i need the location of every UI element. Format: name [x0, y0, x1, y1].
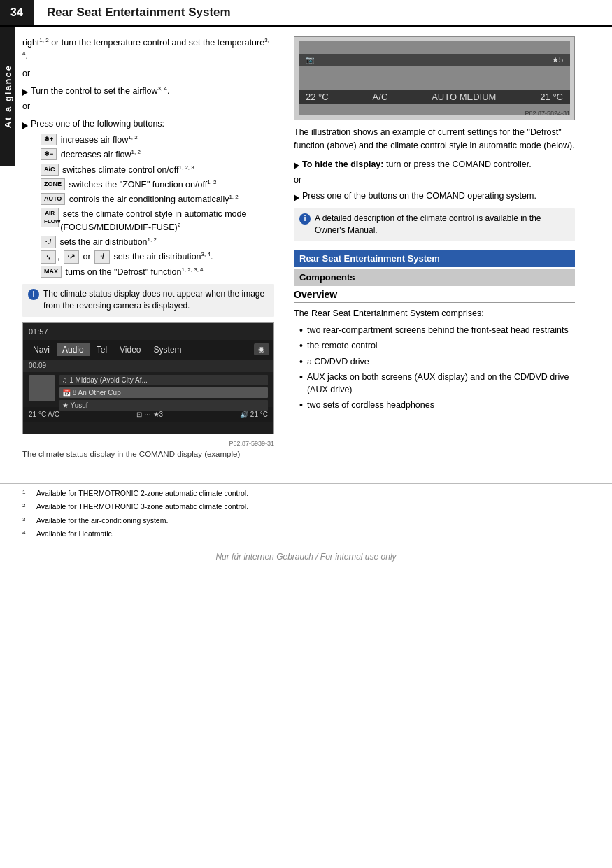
icon-row-decrease: ❄− decreases air flow1, 2 — [39, 148, 274, 161]
nav-bottom-icons: ⊡ ⋯ ★3 — [136, 411, 163, 418]
bullet-press-buttons: Press one of the buttons on the COMAND o… — [294, 190, 575, 203]
nav-thumbnail — [29, 375, 55, 401]
footnote-4: 4 Available for Heatmatic. — [22, 529, 599, 540]
bullet-buttons-label: Press one of the following buttons: — [31, 118, 164, 131]
watermark-text: Nur für internen Gebrauch / For internal… — [215, 552, 396, 562]
nav-top-bar: 01:57 — [23, 323, 273, 340]
overview-heading: Overview — [294, 289, 575, 303]
nav-time: 01:57 — [29, 327, 48, 336]
bullet-screens-text: two rear-compartment screens behind the … — [307, 324, 569, 336]
section-banner-gray: Components — [294, 269, 575, 286]
climate-ac-text: A/C — [373, 92, 388, 102]
hide-display-bold: To hide the display: — [302, 159, 383, 169]
icon-button-list: ❄+ increases air flow1, 2 ❄− decreases a… — [22, 134, 274, 278]
triangle-icon-1 — [22, 87, 31, 97]
footnote-1: 1 Available for THERMOTRONIC 2-zone auto… — [22, 488, 599, 499]
climate-temp-left: 22 °C — [306, 92, 329, 102]
ac-label: switches climate control on/off1, 2, 3 — [60, 164, 194, 176]
nav-list-item-3: ★ Yusuf — [59, 400, 268, 411]
defrost-icon: MAX — [41, 266, 62, 278]
dist1-label: sets the air distribution1, 2 — [57, 236, 157, 248]
icon-row-ac: A/C switches climate control on/off1, 2,… — [39, 164, 274, 176]
climate-temp-right: 21 °C — [540, 92, 563, 102]
dist2a-icon: ·, — [41, 250, 56, 264]
icon-row-dist1: ·./ sets the air distribution1, 2 — [39, 236, 274, 249]
icon-row-dist2: ·, , ·↗ or ·/ sets the air distribution3… — [39, 250, 274, 264]
bullet-headphones-text: two sets of cordless headphones — [307, 399, 434, 411]
main-content: right1, 2 or turn the temperature contro… — [0, 29, 612, 472]
bullet-remote: the remote control — [299, 339, 575, 352]
or-sep: or — [80, 250, 93, 263]
info-box-1: i The climate status display does not ap… — [22, 284, 274, 317]
nav-list-item-1: ♫ 1 Midday (Avoid City Af... — [59, 375, 268, 385]
hide-display-text: To hide the display: turn or press the C… — [302, 158, 532, 171]
sidebar-tab: At a glance — [0, 27, 15, 166]
nav-tab-tel: Tel — [91, 343, 113, 356]
nav-tab-end: ◉ — [254, 343, 269, 355]
nav-tab-video: Video — [114, 343, 146, 356]
climate-mode-text: AUTO MEDIUM — [432, 92, 496, 102]
nav-bottom-temp-right: 🔊 21 °C — [240, 411, 268, 418]
decrease-airflow-icon: ❄− — [41, 148, 57, 160]
climate-cam-icon: 📷 — [306, 56, 314, 64]
comma-sep: , — [57, 250, 62, 263]
bullet-airflow: Turn the control to set the airflow3, 4. — [22, 85, 274, 98]
nav-middle-bar: 00:09 — [23, 360, 273, 372]
right-column: 📷 ★5 22 °C A/C AUTO MEDIUM 21 °C P82.87-… — [287, 29, 588, 472]
bullet-headphones: two sets of cordless headphones — [299, 399, 575, 411]
info-box-2: i A detailed description of the climate … — [294, 208, 575, 241]
nav-list: ♫ 1 Midday (Avoid City Af... 📅 8 An Othe… — [59, 375, 268, 404]
intro-text: right — [22, 38, 39, 48]
climate-display-screenshot: 📷 ★5 22 °C A/C AUTO MEDIUM 21 °C P82.87-… — [294, 36, 575, 120]
footnote-text-4: Available for Heatmatic. — [36, 529, 114, 539]
footnote-text-2: Available for THERMOTRONIC 3-zone automa… — [36, 501, 248, 512]
section-banner-dark: Rear Seat Entertainment System — [294, 250, 575, 267]
nav-screenshot: 01:57 Navi Audio Tel Video System ◉ 00:0… — [22, 322, 274, 434]
footnote-num-4: 4 — [22, 529, 34, 540]
icon-row-auto: AUTO controls the air conditioning autom… — [39, 193, 274, 206]
dist2c-icon: ·/ — [94, 250, 110, 264]
bullet-aux-text: AUX jacks on both screens (AUX display) … — [307, 371, 575, 396]
watermark-footer: Nur für internen Gebrauch / For internal… — [0, 546, 612, 564]
info-text-2: A detailed description of the climate co… — [315, 213, 569, 237]
or-mid-text: or — [294, 173, 575, 187]
triangle-icon-2 — [22, 120, 31, 130]
auto-icon: AUTO — [41, 193, 65, 205]
intro-paragraph: right1, 2 or turn the temperature contro… — [22, 36, 274, 63]
increase-airflow-label: increases air flow1, 2 — [58, 134, 137, 146]
icon-row-zone: ZONE switches the "ZONE" function on/off… — [39, 178, 274, 191]
dist1-icon: ·./ — [41, 236, 56, 249]
overview-bullet-list: two rear-compartment screens behind the … — [294, 324, 575, 411]
info-icon-2: i — [299, 213, 311, 225]
bullet-hide-display: To hide the display: turn or press the C… — [294, 158, 575, 171]
footnote-2: 2 Available for THERMOTRONIC 3-zone auto… — [22, 501, 599, 513]
footnote-text-3: Available for the air-conditioning syste… — [36, 515, 168, 526]
bullet-airflow-text: Turn the control to set the airflow3, 4. — [31, 85, 169, 98]
bullet-buttons-header: Press one of the following buttons: — [22, 118, 274, 131]
intro-sup2: 3, 4 — [22, 37, 269, 57]
increase-airflow-icon: ❄+ — [41, 134, 57, 145]
climate-display-inner: 📷 ★5 22 °C A/C AUTO MEDIUM 21 °C — [299, 41, 570, 115]
footnote-num-2: 2 — [22, 501, 34, 513]
auto-label: controls the air conditioning automatica… — [66, 193, 238, 206]
nav-tab-navi: Navi — [27, 343, 55, 356]
hide-display-rest: turn or press the COMAND controller. — [383, 159, 531, 169]
nav-tab-system: System — [148, 343, 187, 356]
triangle-icon-4 — [294, 192, 302, 202]
info-text-1: The climate status display does not appe… — [43, 288, 269, 313]
nav-tab-audio: Audio — [57, 343, 90, 356]
or-text-2: or — [22, 100, 274, 113]
sidebar-label: At a glance — [3, 64, 13, 128]
icon-row-airflow: AIRFLOW sets the climate control style i… — [39, 208, 274, 233]
airflow-label: sets the climate control style in automa… — [60, 208, 274, 233]
icon-row-increase: ❄+ increases air flow1, 2 — [39, 134, 274, 146]
decrease-airflow-label: decreases air flow1, 2 — [58, 148, 141, 161]
footnote-3: 3 Available for the air-conditioning sys… — [22, 515, 599, 527]
climate-main-row: 22 °C A/C AUTO MEDIUM 21 °C — [299, 90, 570, 104]
footnote-text-1: Available for THERMOTRONIC 2-zone automa… — [36, 488, 248, 499]
climate-screenshot-ref: P82.87-5824-31 — [525, 110, 570, 117]
ac-icon: A/C — [41, 164, 59, 176]
press-buttons-text: Press one of the buttons on the COMAND o… — [302, 190, 536, 203]
bullet-aux: AUX jacks on both screens (AUX display) … — [299, 371, 575, 396]
intro-sup1: 1, 2 — [39, 37, 48, 43]
